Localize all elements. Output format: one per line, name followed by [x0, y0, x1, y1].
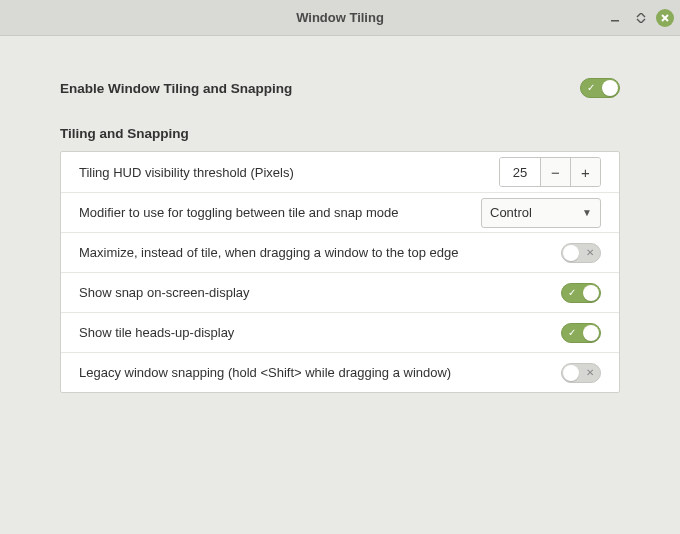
toggle-knob: [602, 80, 618, 96]
setting-legacy-snap: Legacy window snapping (hold <Shift> whi…: [61, 352, 619, 392]
setting-label: Legacy window snapping (hold <Shift> whi…: [79, 365, 561, 380]
minimize-button[interactable]: [604, 7, 626, 29]
check-icon: ✓: [568, 288, 576, 298]
maximize-button[interactable]: [630, 7, 652, 29]
setting-hud-threshold: Tiling HUD visibility threshold (Pixels)…: [61, 152, 619, 192]
increment-button[interactable]: +: [570, 158, 600, 186]
content-area: Enable Window Tiling and Snapping ✓ Tili…: [0, 36, 680, 417]
setting-label: Show tile heads-up-display: [79, 325, 561, 340]
cross-icon: ✕: [586, 248, 594, 258]
toggle-knob: [583, 285, 599, 301]
close-icon: [660, 13, 670, 23]
dropdown-value: Control: [490, 205, 532, 220]
close-button[interactable]: [656, 9, 674, 27]
settings-list: Tiling HUD visibility threshold (Pixels)…: [60, 151, 620, 393]
snap-osd-toggle[interactable]: ✓: [561, 283, 601, 303]
toggle-knob: [583, 325, 599, 341]
legacy-snap-toggle[interactable]: ✕: [561, 363, 601, 383]
tile-hud-toggle[interactable]: ✓: [561, 323, 601, 343]
setting-label: Modifier to use for toggling between til…: [79, 205, 481, 220]
setting-modifier: Modifier to use for toggling between til…: [61, 192, 619, 232]
check-icon: ✓: [587, 83, 595, 93]
maximize-icon: [636, 13, 646, 23]
setting-snap-osd: Show snap on-screen-display ✓: [61, 272, 619, 312]
titlebar: Window Tiling: [0, 0, 680, 36]
modifier-dropdown[interactable]: Control ▼: [481, 198, 601, 228]
setting-label: Show snap on-screen-display: [79, 285, 561, 300]
toggle-knob: [563, 245, 579, 261]
section-title: Tiling and Snapping: [60, 126, 620, 141]
hud-threshold-input[interactable]: [500, 158, 540, 186]
setting-maximize-top: Maximize, instead of tile, when dragging…: [61, 232, 619, 272]
hud-threshold-stepper: − +: [499, 157, 601, 187]
minimize-icon: [610, 13, 620, 23]
decrement-button[interactable]: −: [540, 158, 570, 186]
setting-label: Tiling HUD visibility threshold (Pixels): [79, 165, 499, 180]
window-controls: [604, 0, 674, 36]
master-toggle[interactable]: ✓: [580, 78, 620, 98]
master-toggle-label: Enable Window Tiling and Snapping: [60, 81, 580, 96]
check-icon: ✓: [568, 328, 576, 338]
setting-tile-hud: Show tile heads-up-display ✓: [61, 312, 619, 352]
cross-icon: ✕: [586, 368, 594, 378]
toggle-knob: [563, 365, 579, 381]
maximize-top-toggle[interactable]: ✕: [561, 243, 601, 263]
chevron-down-icon: ▼: [582, 207, 592, 218]
master-toggle-row: Enable Window Tiling and Snapping ✓: [60, 78, 620, 98]
svg-rect-0: [611, 20, 619, 22]
window-title: Window Tiling: [0, 10, 680, 25]
setting-label: Maximize, instead of tile, when dragging…: [79, 245, 561, 260]
